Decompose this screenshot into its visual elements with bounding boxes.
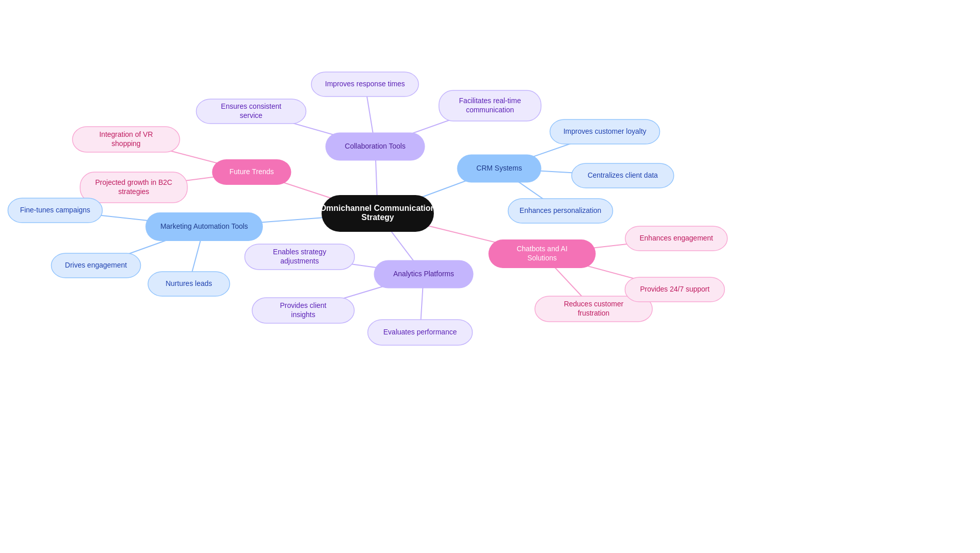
node-drives-engagement: Drives engagement: [52, 253, 141, 278]
svg-text:Provides 24/7 support: Provides 24/7 support: [640, 285, 709, 293]
svg-text:Enhances engagement: Enhances engagement: [640, 234, 713, 242]
node-fine-tunes: Fine-tunes campaigns: [8, 198, 103, 223]
node-enables-strategy: Enables strategyadjustments: [245, 244, 355, 270]
svg-text:Nurtures leads: Nurtures leads: [165, 279, 212, 287]
svg-text:Solutions: Solutions: [527, 254, 557, 262]
svg-text:adjustments: adjustments: [280, 257, 318, 265]
svg-text:Ensures consistent: Ensures consistent: [221, 102, 281, 110]
svg-text:CRM Systems: CRM Systems: [476, 164, 522, 172]
node-nurtures-leads: Nurtures leads: [148, 272, 230, 296]
node-crm-systems: CRM Systems: [457, 155, 542, 183]
node-marketing-automation: Marketing Automation Tools: [145, 212, 263, 241]
svg-text:Facilitates real-time: Facilitates real-time: [459, 97, 521, 105]
svg-text:communication: communication: [466, 106, 514, 114]
svg-text:Improves response times: Improves response times: [325, 80, 405, 88]
svg-text:Improves customer loyalty: Improves customer loyalty: [564, 127, 647, 135]
svg-text:Marketing Automation Tools: Marketing Automation Tools: [160, 222, 248, 230]
node-provides-client: Provides clientinsights: [252, 298, 354, 323]
node-improves-response: Improves response times: [311, 72, 419, 97]
svg-text:Chatbots and AI: Chatbots and AI: [517, 245, 568, 253]
node-future-trends: Future Trends: [212, 159, 291, 185]
node-projected-growth: Projected growth in B2Cstrategies: [80, 172, 187, 203]
node-analytics-platforms: Analytics Platforms: [374, 260, 474, 288]
svg-text:Strategy: Strategy: [361, 213, 394, 222]
svg-text:Fine-tunes campaigns: Fine-tunes campaigns: [20, 206, 90, 214]
svg-text:Evaluates performance: Evaluates performance: [383, 328, 457, 336]
node-provides-247: Provides 24/7 support: [625, 277, 725, 302]
node-center: Omnichannel CommunicationStrategy: [320, 195, 436, 232]
svg-text:shopping: shopping: [112, 139, 141, 148]
svg-text:strategies: strategies: [118, 187, 150, 196]
svg-text:frustration: frustration: [578, 309, 609, 317]
svg-text:Enhances personalization: Enhances personalization: [520, 206, 601, 214]
svg-text:insights: insights: [291, 310, 315, 319]
svg-text:Enables strategy: Enables strategy: [273, 248, 326, 256]
node-chatbots-ai: Chatbots and AISolutions: [488, 239, 596, 268]
node-centralizes-data: Centralizes client data: [572, 163, 674, 188]
node-ensures-consistent: Ensures consistentservice: [197, 99, 306, 124]
svg-text:Centralizes client data: Centralizes client data: [587, 171, 658, 179]
node-enhances-engagement: Enhances engagement: [625, 226, 727, 251]
node-improves-loyalty: Improves customer loyalty: [550, 119, 660, 144]
svg-text:Drives engagement: Drives engagement: [65, 261, 127, 269]
node-collaboration-tools: Collaboration Tools: [326, 133, 425, 161]
svg-text:Analytics Platforms: Analytics Platforms: [393, 270, 454, 278]
svg-text:Projected growth in B2C: Projected growth in B2C: [95, 178, 173, 186]
svg-text:Provides client: Provides client: [280, 301, 326, 309]
svg-text:service: service: [240, 111, 263, 119]
mind-map-canvas: Omnichannel CommunicationStrategyCollabo…: [0, 0, 980, 553]
svg-text:Integration of VR: Integration of VR: [99, 130, 153, 138]
node-enhances-personalization: Enhances personalization: [508, 199, 613, 223]
svg-text:Future Trends: Future Trends: [229, 167, 274, 176]
svg-text:Omnichannel Communication: Omnichannel Communication: [320, 204, 436, 212]
svg-text:Reduces customer: Reduces customer: [564, 300, 624, 308]
svg-text:Collaboration Tools: Collaboration Tools: [345, 142, 406, 150]
node-evaluates-performance: Evaluates performance: [368, 320, 473, 345]
node-integration-vr: Integration of VRshopping: [72, 127, 180, 152]
node-facilitates-realtime: Facilitates real-timecommunication: [439, 90, 541, 121]
